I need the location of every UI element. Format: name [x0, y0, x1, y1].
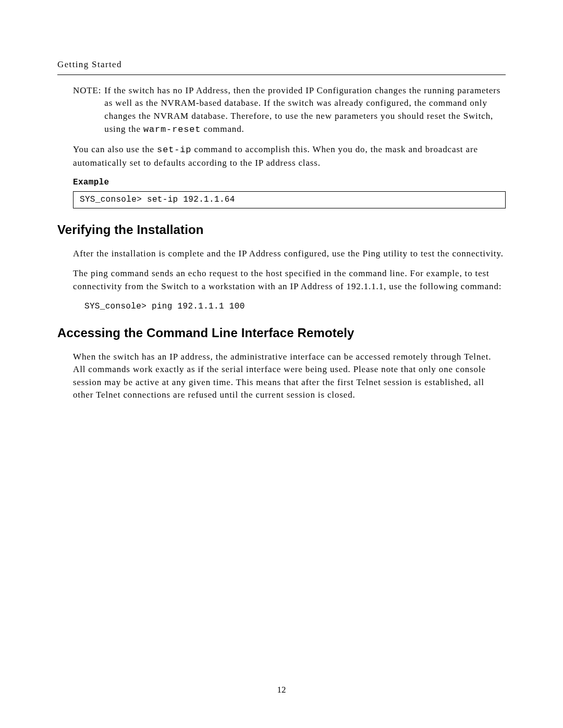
- document-page: Getting Started NOTE: If the switch has …: [0, 0, 563, 728]
- setip-pre: You can also use the: [73, 144, 157, 154]
- ping-code-line: SYS_console> ping 192.1.1.1 100: [84, 301, 506, 313]
- page-number: 12: [0, 684, 563, 697]
- running-header: Getting Started: [57, 58, 506, 71]
- heading-verifying-installation: Verifying the Installation: [57, 221, 506, 239]
- verify-p2: The ping command sends an echo request t…: [73, 267, 506, 293]
- note-body: If the switch has no IP Address, then th…: [104, 84, 506, 137]
- note-body-post: command.: [201, 124, 244, 134]
- heading-accessing-cli-remotely: Accessing the Command Line Interface Rem…: [57, 324, 506, 342]
- inline-code-warm-reset: warm-reset: [143, 125, 201, 134]
- verify-p1: After the installation is complete and t…: [73, 248, 506, 261]
- remote-p1: When the switch has an IP address, the a…: [73, 351, 506, 402]
- example-code-box: SYS_console> set-ip 192.1.1.64: [73, 191, 506, 208]
- header-rule: [57, 75, 506, 75]
- example-label: Example: [73, 177, 506, 189]
- inline-code-setip: set-ip: [157, 145, 191, 155]
- note-block: NOTE: If the switch has no IP Address, t…: [73, 84, 506, 137]
- paragraph-setip: You can also use the set-ip command to a…: [73, 143, 506, 169]
- note-label: NOTE:: [73, 84, 101, 137]
